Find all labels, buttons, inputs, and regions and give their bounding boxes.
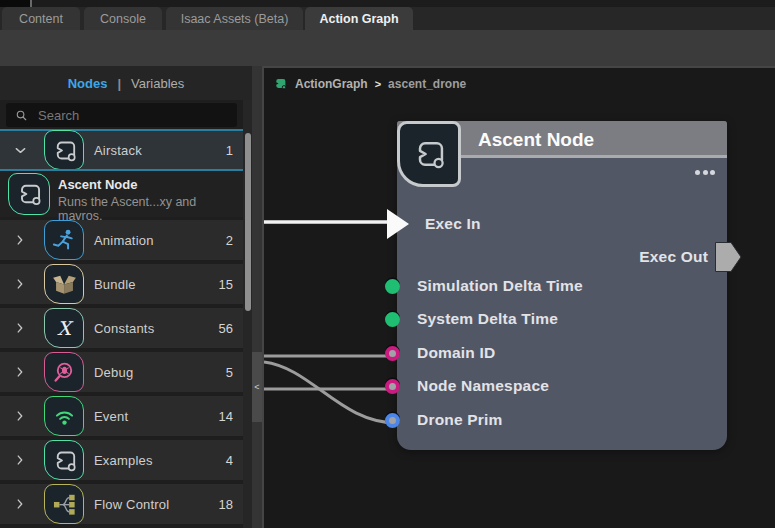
ascent-node[interactable]: Ascent Node Exec In Exec Out xyxy=(397,121,727,450)
constants-category-icon: X xyxy=(44,308,84,348)
input-port-node-namespace[interactable]: Node Namespace xyxy=(385,377,549,395)
ascent-node-icon xyxy=(8,173,50,215)
category-label: Constants xyxy=(94,321,154,336)
italic-x-icon: X xyxy=(57,317,71,339)
tab-isaac-assets-label: Isaac Assets (Beta) xyxy=(181,12,289,26)
sidebar-item-event[interactable]: Event 14 xyxy=(0,396,243,436)
tab-console[interactable]: Console xyxy=(84,7,162,30)
collapse-left-icon: < xyxy=(254,382,259,392)
search-icon xyxy=(14,108,29,123)
chevron-right-icon xyxy=(13,497,27,511)
result-title: Ascent Node xyxy=(58,177,137,192)
category-count: 15 xyxy=(219,277,233,292)
port-label: Simulation Delta Time xyxy=(417,277,583,295)
input-port-system-delta-time[interactable]: System Delta Time xyxy=(385,310,558,328)
top-strip xyxy=(0,0,775,7)
category-label: Examples xyxy=(94,453,153,468)
tab-content-label: Content xyxy=(19,12,63,26)
tab-bar: Content Console Isaac Assets (Beta) Acti… xyxy=(0,7,775,30)
sidebar-item-constants[interactable]: X Constants 56 xyxy=(0,308,243,348)
panel-scrollbar[interactable] xyxy=(243,100,252,528)
node-menu-button[interactable] xyxy=(695,170,715,175)
port-label: System Delta Time xyxy=(417,310,558,328)
panel-splitter[interactable]: < xyxy=(252,66,262,528)
sidebar-item-debug[interactable]: Debug 5 xyxy=(0,352,243,392)
tab-console-label: Console xyxy=(100,12,146,26)
event-category-icon xyxy=(44,396,84,436)
dot-icon xyxy=(710,170,715,175)
chevron-right-icon xyxy=(13,233,27,247)
chevron-down-icon xyxy=(13,143,28,158)
tab-action-graph-label: Action Graph xyxy=(319,12,398,26)
sidebar-item-animation[interactable]: Animation 2 xyxy=(0,220,243,260)
scrollbar-thumb[interactable] xyxy=(245,133,251,311)
port-circle-magenta[interactable] xyxy=(385,346,400,361)
dot-icon xyxy=(695,170,700,175)
port-circle-blue[interactable] xyxy=(385,413,400,428)
tab-isaac-assets[interactable]: Isaac Assets (Beta) xyxy=(166,7,303,30)
flow-control-category-icon xyxy=(44,484,84,524)
sidebar-item-airstack[interactable]: Airstack 1 xyxy=(0,131,243,169)
port-label: Drone Prim xyxy=(417,411,503,429)
input-port-domain-id[interactable]: Domain ID xyxy=(385,344,495,362)
list-item-ascent-node[interactable]: Ascent Node Runs the Ascent...xy and mav… xyxy=(0,171,243,217)
panel-tab-separator: | xyxy=(117,76,121,91)
category-count: 2 xyxy=(226,233,233,248)
branch-diagram-icon xyxy=(51,491,78,518)
graph-canvas[interactable]: ActionGraph > ascent_drone Ascent Node xyxy=(262,66,775,528)
panel-collapse-handle[interactable]: < xyxy=(252,352,262,422)
category-count: 1 xyxy=(226,143,233,158)
port-circle-green[interactable] xyxy=(385,312,400,327)
category-count: 56 xyxy=(219,321,233,336)
animation-category-icon xyxy=(44,220,84,260)
category-label: Flow Control xyxy=(94,497,169,512)
chevron-right-icon xyxy=(13,321,27,335)
chevron-right-icon xyxy=(13,409,27,423)
sidebar-item-flow-control[interactable]: Flow Control 18 xyxy=(0,484,243,524)
sidebar-item-bundle[interactable]: Bundle 15 xyxy=(0,264,243,304)
node-title: Ascent Node xyxy=(478,121,594,158)
port-label: Domain ID xyxy=(417,344,495,362)
chevron-right-icon xyxy=(13,277,27,291)
input-port-simulation-delta-time[interactable]: Simulation Delta Time xyxy=(385,277,583,295)
port-circle-green[interactable] xyxy=(385,279,400,294)
tab-variables[interactable]: Variables xyxy=(131,76,184,91)
input-port-drone-prim[interactable]: Drone Prim xyxy=(385,411,503,429)
top-partial-tab xyxy=(0,0,30,7)
open-box-icon xyxy=(51,271,78,298)
search-box[interactable] xyxy=(6,103,237,127)
chevron-right-icon xyxy=(13,365,27,379)
category-count: 4 xyxy=(226,453,233,468)
bug-magnifier-icon xyxy=(51,359,78,386)
node-icon xyxy=(411,136,447,172)
category-count: 18 xyxy=(219,497,233,512)
graph-toolbar: Edit View xyxy=(0,30,775,66)
category-label: Bundle xyxy=(94,277,136,292)
category-label: Animation xyxy=(94,233,154,248)
action-graph-window: Content Console Isaac Assets (Beta) Acti… xyxy=(0,0,775,528)
debug-category-icon xyxy=(44,352,84,392)
nodes-panel: Airstack 1 Ascent Node Runs the Ascent..… xyxy=(0,100,243,528)
exec-out-port[interactable]: Exec Out xyxy=(639,242,742,272)
exec-in-port[interactable]: Exec In xyxy=(387,209,481,239)
category-label: Debug xyxy=(94,365,133,380)
category-count: 14 xyxy=(219,409,233,424)
bundle-category-icon xyxy=(44,264,84,304)
category-label: Event xyxy=(94,409,128,424)
wifi-signal-icon xyxy=(51,403,78,430)
result-description: Runs the Ascent...xy and mavros. xyxy=(58,195,243,223)
exec-out-arrow-icon xyxy=(715,242,742,272)
tab-content[interactable]: Content xyxy=(2,7,80,30)
tab-nodes[interactable]: Nodes xyxy=(68,76,108,91)
exec-out-label: Exec Out xyxy=(639,248,708,266)
category-label: Airstack xyxy=(94,143,142,158)
exec-arrow-icon xyxy=(387,209,411,239)
tab-action-graph[interactable]: Action Graph xyxy=(305,7,413,30)
search-input[interactable] xyxy=(36,107,216,124)
panel-tab-bar: Nodes | Variables xyxy=(0,66,252,100)
airstack-category-icon xyxy=(44,130,84,170)
examples-category-icon xyxy=(44,440,84,480)
top-divider xyxy=(30,0,32,7)
port-circle-magenta[interactable] xyxy=(385,379,400,394)
sidebar-item-examples[interactable]: Examples 4 xyxy=(0,440,243,480)
